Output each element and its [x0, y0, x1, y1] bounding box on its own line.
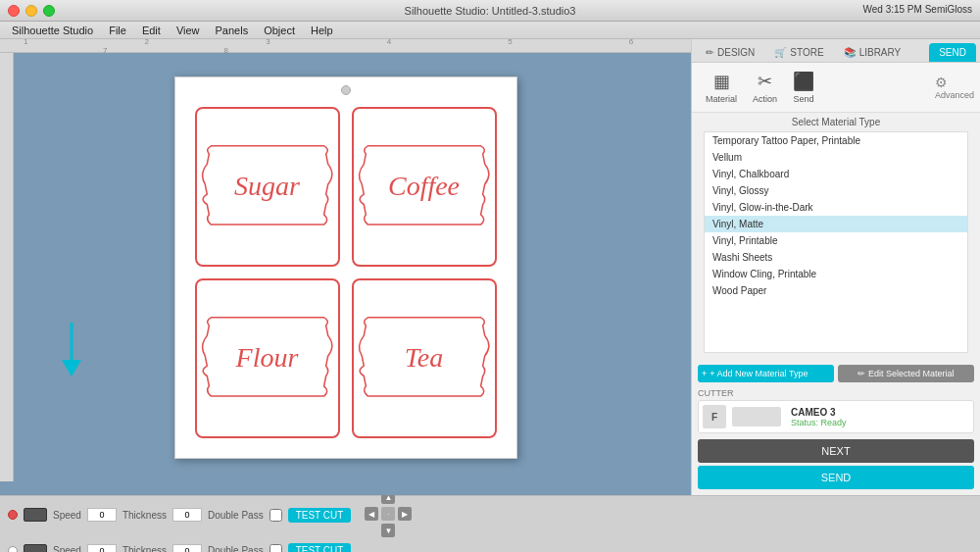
- label-flour-text: Flour: [236, 342, 299, 374]
- arrow-down[interactable]: ▼: [381, 524, 395, 537]
- send-label: Send: [794, 94, 814, 104]
- speed-input-1[interactable]: [87, 508, 117, 522]
- material-item[interactable]: Vinyl, Printable: [705, 232, 967, 249]
- tab-design[interactable]: ✏ DESIGN: [696, 43, 764, 62]
- thickness-label-2: Thickness: [122, 545, 167, 552]
- arrow-center[interactable]: ·: [381, 507, 395, 521]
- material-btn[interactable]: ▦ Material: [698, 69, 745, 106]
- library-icon: 📚: [844, 47, 856, 58]
- tool-dot-2: [8, 546, 18, 553]
- tab-send[interactable]: SEND: [929, 43, 976, 62]
- tool-row-2: Speed Thickness Double Pass TEST CUT: [8, 543, 972, 552]
- arrow-left[interactable]: ◀: [365, 507, 378, 521]
- system-time: Wed 3:15 PM SemiGloss: [862, 4, 972, 15]
- material-label: Material: [706, 94, 737, 104]
- label-coffee-text: Coffee: [388, 171, 460, 202]
- add-material-label: + Add New Material Type: [710, 369, 808, 378]
- label-sugar: Sugar: [195, 107, 340, 267]
- menubar: Silhouette Studio File Edit View Panels …: [0, 22, 980, 39]
- plus-icon: +: [702, 369, 707, 378]
- action-icon: ✂: [758, 71, 772, 92]
- paper-canvas: Sugar Coffee Flour: [174, 76, 517, 459]
- cutter-info: CAMEO 3 Status: Ready: [791, 407, 969, 427]
- add-material-button[interactable]: + + Add New Material Type: [698, 365, 834, 382]
- cutter-label: CUTTER: [698, 388, 974, 398]
- menu-help[interactable]: Help: [303, 25, 341, 36]
- status-label: Status:: [791, 418, 818, 427]
- tab-library[interactable]: 📚 LIBRARY: [834, 43, 911, 62]
- action-btn[interactable]: ✂ Action: [745, 69, 785, 106]
- section-header: Select Material Type: [692, 113, 980, 131]
- ruler-left: [0, 53, 14, 481]
- next-button[interactable]: NEXT: [698, 439, 974, 463]
- tool-row-1: Speed Thickness Double Pass TEST CUT ▲ ◀…: [8, 490, 972, 539]
- edit-material-button[interactable]: ✏ Edit Selected Material: [838, 365, 974, 382]
- color-swatch-2[interactable]: [24, 544, 47, 553]
- cutter-preview: [732, 407, 781, 427]
- status-value: Ready: [821, 418, 847, 427]
- material-item[interactable]: Vinyl, Chalkboard: [705, 166, 967, 182]
- maximize-button[interactable]: [43, 5, 55, 17]
- menu-view[interactable]: View: [169, 25, 208, 36]
- color-swatch-1[interactable]: [24, 508, 47, 522]
- material-item[interactable]: Vinyl, Glossy: [705, 182, 967, 199]
- arrow-cluster: ▲ ◀ · ▶ ▼: [365, 490, 414, 539]
- close-button[interactable]: [8, 5, 20, 17]
- advanced-label: Advanced: [935, 90, 974, 100]
- material-item[interactable]: Washi Sheets: [705, 249, 967, 266]
- settings-icon: ⚙: [935, 75, 948, 90]
- menu-object[interactable]: Object: [256, 25, 303, 36]
- window-title: Silhouette Studio: Untitled-3.studio3: [405, 5, 576, 17]
- titlebar: Silhouette Studio: Untitled-3.studio3 We…: [0, 0, 980, 22]
- store-icon: 🛒: [774, 47, 786, 58]
- double-pass-checkbox-2[interactable]: [270, 544, 282, 552]
- window-controls: [8, 5, 55, 17]
- label-tea: Tea: [352, 278, 497, 438]
- material-item-selected[interactable]: Vinyl, Matte: [705, 216, 967, 232]
- minimize-button[interactable]: [25, 5, 37, 17]
- material-item[interactable]: Vinyl, Glow-in-the-Dark: [705, 199, 967, 216]
- material-list: Temporary Tattoo Paper, Printable Vellum…: [704, 131, 968, 353]
- action-label: Action: [753, 94, 777, 104]
- cutter-name: CAMEO 3: [791, 407, 969, 418]
- double-pass-checkbox-1[interactable]: [270, 509, 282, 522]
- design-icon: ✏: [706, 47, 713, 58]
- speed-label-1: Speed: [53, 510, 81, 521]
- test-cut-button-2[interactable]: TEST CUT: [288, 543, 352, 552]
- material-item[interactable]: Window Cling, Printable: [705, 266, 967, 282]
- tab-design-label: DESIGN: [717, 47, 755, 58]
- thickness-input-2[interactable]: [172, 544, 202, 553]
- material-icon: ▦: [713, 71, 730, 92]
- thickness-input-1[interactable]: [172, 508, 202, 522]
- menu-edit[interactable]: Edit: [134, 25, 169, 36]
- down-arrow-annotation: [57, 323, 86, 382]
- send-icon: ⬛: [793, 71, 814, 92]
- arrow-right[interactable]: ▶: [398, 507, 412, 521]
- send-btn-toolbar[interactable]: ⬛ Send: [785, 69, 822, 106]
- test-cut-button-1[interactable]: TEST CUT: [288, 508, 352, 523]
- material-item[interactable]: Temporary Tattoo Paper, Printable: [705, 132, 967, 149]
- cutter-icon: F: [703, 405, 726, 428]
- label-flour: Flour: [195, 278, 340, 438]
- settings-btn[interactable]: ⚙ Advanced: [935, 75, 974, 100]
- svg-marker-1: [62, 360, 81, 376]
- canvas-area: 1 2 3 4 5 6 7 8 Sugar: [0, 39, 691, 495]
- double-pass-label-2: Double Pass: [208, 545, 264, 552]
- thickness-label-1: Thickness: [122, 510, 167, 521]
- cutter-section: CUTTER F CAMEO 3 Status: Ready: [692, 386, 980, 435]
- menu-silhouette[interactable]: Silhouette Studio: [4, 25, 101, 36]
- system-tray: Wed 3:15 PM SemiGloss: [862, 4, 972, 15]
- main-layout: 1 2 3 4 5 6 7 8 Sugar: [0, 39, 980, 495]
- material-item[interactable]: Wood Paper: [705, 282, 967, 299]
- label-coffee: Coffee: [352, 107, 497, 267]
- speed-input-2[interactable]: [87, 544, 117, 553]
- tab-store-label: STORE: [790, 47, 823, 58]
- canvas-content: Sugar Coffee Flour: [14, 53, 677, 481]
- menu-panels[interactable]: Panels: [208, 25, 257, 36]
- tab-store[interactable]: 🛒 STORE: [764, 43, 833, 62]
- send-button[interactable]: SEND: [698, 466, 974, 489]
- menu-file[interactable]: File: [101, 25, 134, 36]
- tab-send-label: SEND: [939, 47, 966, 58]
- material-item[interactable]: Vellum: [705, 149, 967, 166]
- ruler-top: 1 2 3 4 5 6 7 8: [0, 39, 691, 53]
